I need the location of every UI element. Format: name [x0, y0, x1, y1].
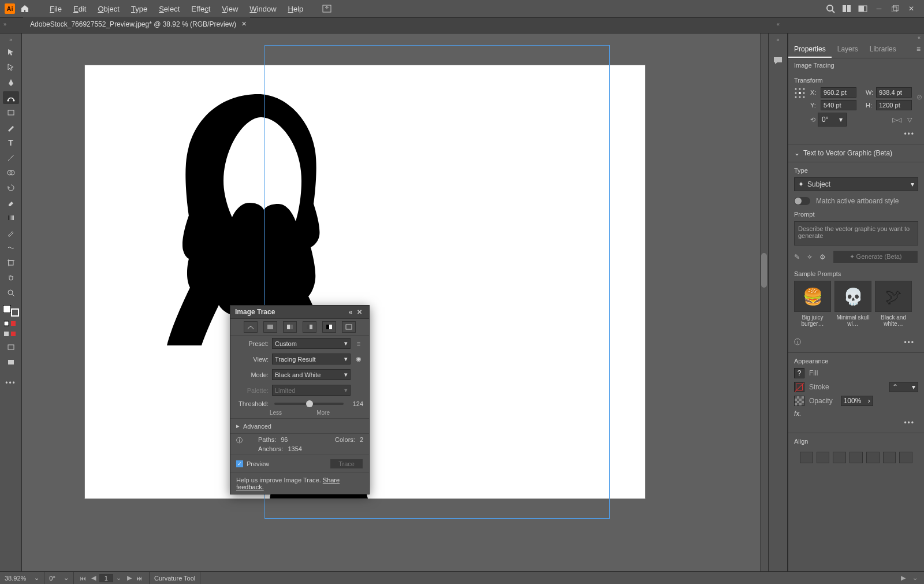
flip-v-icon[interactable]: ▽ — [907, 116, 912, 124]
scroll-thumb[interactable] — [761, 253, 767, 288]
pen-tool-icon[interactable] — [3, 76, 19, 89]
align-to-icon[interactable] — [800, 452, 813, 463]
eyedropper-tool-icon[interactable] — [3, 226, 19, 239]
search-icon[interactable] — [822, 1, 839, 17]
fill-swatch[interactable]: ? — [794, 368, 804, 378]
preset-menu-icon[interactable]: ≡ — [354, 340, 363, 347]
transform-w-input[interactable] — [876, 87, 912, 98]
shape-builder-tool-icon[interactable] — [3, 166, 19, 179]
fill-stroke-swatch[interactable] — [3, 305, 19, 317]
rotate-input[interactable]: 0°▾ — [818, 113, 847, 127]
home-icon[interactable] — [20, 3, 30, 14]
window-restore-icon[interactable] — [887, 1, 903, 17]
menu-object[interactable]: Object — [92, 5, 125, 13]
sample-prompt-2[interactable]: 💀Minimal skull wi… — [834, 281, 871, 327]
comments-panel-icon[interactable] — [770, 53, 785, 68]
align-vcenter-icon[interactable] — [883, 452, 896, 463]
preset-highcolor-icon[interactable] — [263, 321, 277, 333]
draw-mode-icon[interactable] — [3, 330, 19, 339]
prompt-input[interactable]: Describe the vector graphic you want to … — [794, 221, 918, 245]
transform-more-icon[interactable]: ••• — [794, 129, 918, 139]
stroke-swatch[interactable] — [794, 382, 804, 392]
transform-y-input[interactable] — [821, 100, 856, 110]
align-bottom-icon[interactable] — [899, 452, 912, 463]
transform-x-input[interactable] — [821, 87, 856, 98]
align-top-icon[interactable] — [866, 452, 880, 463]
tab-layers[interactable]: Layers — [832, 42, 864, 58]
panel-collapse-icon[interactable]: « — [346, 308, 355, 315]
hand-tool-icon[interactable] — [3, 271, 19, 284]
t2v-header[interactable]: ⌄ Text to Vector Graphic (Beta) — [788, 144, 924, 162]
tabbar-right-chevron-icon[interactable]: « — [777, 21, 780, 27]
tab-libraries[interactable]: Libraries — [864, 42, 902, 58]
color-mode-icon[interactable] — [3, 319, 19, 328]
rightpanel-chevron-icon[interactable]: « — [914, 34, 924, 42]
advanced-toggle[interactable]: ▸ Advanced — [230, 418, 369, 434]
reference-point-icon[interactable] — [794, 87, 806, 101]
preview-checkbox[interactable]: ✓ Preview — [236, 460, 269, 467]
style-picker-icon[interactable]: ✎ — [794, 253, 800, 261]
t2v-more-icon[interactable]: ••• — [900, 337, 918, 348]
width-tool-icon[interactable] — [3, 241, 19, 254]
preset-bw-icon[interactable] — [322, 321, 336, 333]
preset-auto-icon[interactable] — [244, 321, 258, 333]
match-artboard-toggle[interactable] — [794, 197, 810, 205]
line-tool-icon[interactable] — [3, 151, 19, 164]
view-eye-icon[interactable]: ◉ — [354, 355, 363, 363]
appearance-more-icon[interactable]: ••• — [794, 418, 918, 428]
window-close-icon[interactable]: ✕ — [903, 1, 919, 17]
canvas-area[interactable]: Image Trace « ✕ Preset: Custom▾ ≡ View: — [22, 34, 768, 571]
tab-properties[interactable]: Properties — [788, 42, 832, 58]
threshold-slider[interactable] — [274, 403, 344, 405]
workspace-icon[interactable] — [855, 1, 871, 17]
toolbox-more-icon[interactable]: ••• — [5, 379, 16, 387]
document-tab[interactable]: AdobeStock_766927552_Preview.jpeg* @ 38.… — [23, 17, 250, 33]
image-trace-titlebar[interactable]: Image Trace « ✕ — [230, 306, 369, 319]
selection-tool-icon[interactable] — [3, 46, 19, 59]
align-left-icon[interactable] — [817, 452, 830, 463]
eraser-tool-icon[interactable] — [3, 196, 19, 209]
menu-view[interactable]: View — [216, 5, 244, 13]
settings-gear-icon[interactable]: ⚙ — [819, 253, 826, 261]
arrange-icon[interactable] — [839, 1, 855, 17]
preset-gray-icon[interactable] — [303, 321, 316, 333]
window-minimize-icon[interactable]: ─ — [871, 1, 887, 17]
mode-select[interactable]: Black and White▾ — [272, 369, 351, 380]
sample-prompt-3[interactable]: 🕊Black and white… — [875, 281, 912, 327]
sample-prompt-1[interactable]: 🍔Big juicy burger… — [794, 281, 831, 327]
screen-mode-icon[interactable] — [3, 341, 19, 354]
view-select[interactable]: Tracing Result▾ — [272, 354, 351, 364]
align-hcenter-icon[interactable] — [833, 452, 846, 463]
statusbar-menu-icon[interactable]: ▶ — [899, 574, 908, 582]
preset-lowcolor-icon[interactable] — [283, 321, 297, 333]
tabbar-chevron-icon[interactable]: » — [3, 21, 6, 27]
link-wh-icon[interactable]: ⊘ — [916, 87, 922, 101]
menu-effect[interactable]: Effect — [185, 5, 216, 13]
curvature-tool-icon[interactable] — [3, 91, 19, 104]
rectangle-tool-icon[interactable] — [3, 106, 19, 119]
artboard-last-icon[interactable]: ⏭ — [135, 575, 144, 582]
variation-icon[interactable]: ✧ — [807, 253, 813, 261]
transform-h-input[interactable] — [876, 100, 912, 110]
opacity-input[interactable]: 100%› — [841, 396, 873, 406]
fx-button[interactable]: fx. — [794, 410, 918, 418]
tab-close-icon[interactable]: ✕ — [241, 20, 247, 28]
artboard-first-icon[interactable]: ⏮ — [79, 575, 88, 582]
rotate-view[interactable]: 0°⌄ — [44, 572, 74, 584]
menu-select[interactable]: Select — [153, 5, 185, 13]
rotate-tool-icon[interactable] — [3, 181, 19, 194]
direct-selection-tool-icon[interactable] — [3, 61, 19, 74]
vertical-scrollbar[interactable] — [760, 34, 768, 571]
menu-file[interactable]: File — [44, 5, 68, 13]
zoom-level[interactable]: 38.92%⌄ — [0, 572, 44, 584]
edit-toolbar-icon[interactable] — [3, 356, 19, 369]
flip-h-icon[interactable]: ▷◁ — [892, 116, 901, 124]
zoom-tool-icon[interactable] — [3, 287, 19, 299]
menu-window[interactable]: Window — [244, 5, 282, 13]
artboard-next-icon[interactable]: ▶ — [125, 574, 134, 582]
panel-close-icon[interactable]: ✕ — [355, 308, 364, 316]
artboard-tool-icon[interactable] — [3, 256, 19, 269]
menu-help[interactable]: Help — [282, 5, 310, 13]
dock-chevron-icon[interactable]: « — [776, 37, 779, 43]
panel-menu-icon[interactable]: ≡ — [902, 42, 924, 58]
